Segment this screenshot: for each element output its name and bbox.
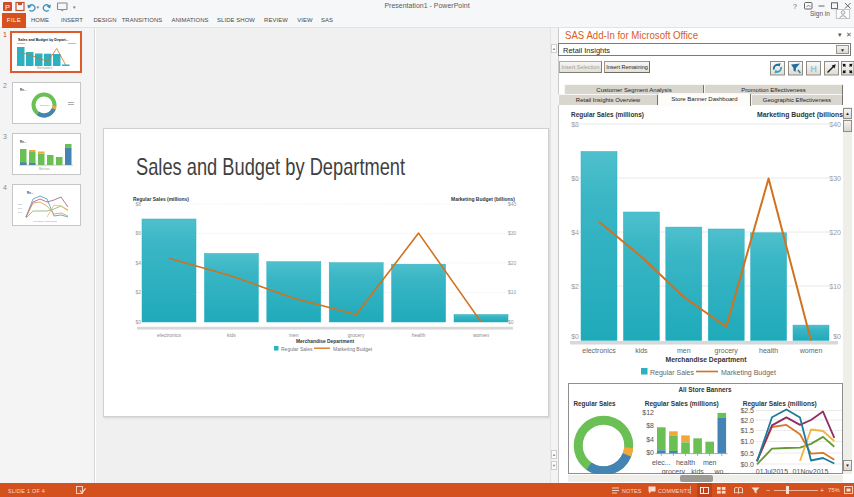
svg-text:electronics: electronics [582,347,616,354]
svg-text:H: H [810,64,817,74]
svg-text:$20: $20 [508,260,517,266]
svg-text:health: health [759,347,778,354]
svg-text:health: health [676,459,695,466]
svg-text:Regular Sales: Regular Sales [281,346,313,352]
svg-text:men: men [703,459,717,466]
svg-text:$40: $40 [508,201,517,207]
svg-text:$2: $2 [135,289,141,295]
svg-text:men: men [677,347,691,354]
svg-text:$1.0: $1.0 [740,438,754,445]
svg-text:$4: $4 [135,260,141,266]
svg-text:$30: $30 [508,230,517,236]
svg-text:Re...: Re... [27,191,34,195]
svg-text:$2.5: $2.5 [18,203,23,205]
svg-text:kids: kids [635,347,648,354]
svg-text:health: health [412,332,426,338]
svg-text:01Nov2015: 01Nov2015 [793,468,829,474]
svg-text:electronics: electronics [157,332,181,338]
svg-text:kids: kids [227,332,236,338]
svg-text:$88,888,8...: $88,888,8... [40,104,52,107]
svg-text:$0.5: $0.5 [18,211,23,213]
svg-text:$6: $6 [135,230,141,236]
svg-text:$0: $0 [646,449,654,456]
svg-text:grocery: grocery [662,468,686,475]
svg-text:Regular Sales (millions): Regular Sales (millions) [645,399,719,408]
svg-text:$10: $10 [508,289,517,295]
svg-text:$2.0: $2.0 [740,417,754,424]
svg-text:Re...: Re... [20,140,27,144]
svg-text:Regular Sales (millions): Regular Sales (millions) [571,110,644,119]
svg-text:women: women [473,332,489,338]
svg-text:Marketing Budget: Marketing Budget [721,369,776,377]
svg-text:?: ? [793,3,797,10]
svg-text:$0: $0 [508,319,514,325]
svg-text:$0: $0 [833,333,841,340]
svg-text:Regular Sales (millions): Regular Sales (millions) [133,196,189,202]
svg-text:Re...: Re... [20,88,27,92]
svg-text:Merchan...: Merchan... [39,167,52,171]
svg-text:Sales and Budget by Depart...: Sales and Budget by Depart... [18,38,69,42]
svg-text:elec...: elec... [652,459,671,466]
svg-text:Merchandise...: Merchandise... [37,66,54,70]
svg-text:$8: $8 [646,422,654,429]
svg-text:$12: $12 [642,409,654,416]
svg-text:Marketing Budget: Marketing Budget [333,346,373,352]
svg-text:01Jul2015: 01Jul2015 [756,468,788,474]
svg-text:women: women [799,347,823,354]
svg-text:Marketing Budget (billions: Marketing Budget (billions [757,110,843,119]
svg-text:$2.5: $2.5 [740,407,754,414]
svg-text:All Store Banners: All Store Banners [679,385,732,394]
svg-text:Merchandise Department: Merchandise Department [666,355,747,364]
svg-text:01Jul2015 01Nov2015: 01Jul2015 01Nov2015 [33,220,58,223]
svg-text:$0: $0 [135,319,141,325]
svg-text:$4: $4 [646,436,654,443]
svg-text:Marketing Budget (billions): Marketing Budget (billions) [451,196,515,202]
svg-text:$8: $8 [135,201,141,207]
svg-text:Regular Sales: Regular Sales [574,399,616,408]
svg-text:Regular Sales: Regular Sales [650,369,694,377]
svg-text:$0.0: $0.0 [740,461,754,468]
svg-text:Merchandise Department: Merchandise Department [296,338,354,344]
svg-text:$1.5: $1.5 [740,427,754,434]
svg-text:$0: $0 [571,333,579,340]
svg-text:wo...: wo... [713,468,729,475]
svg-text:kids: kids [691,468,704,475]
svg-text:$1.5: $1.5 [18,207,23,209]
svg-text:$0.5: $0.5 [740,450,754,457]
